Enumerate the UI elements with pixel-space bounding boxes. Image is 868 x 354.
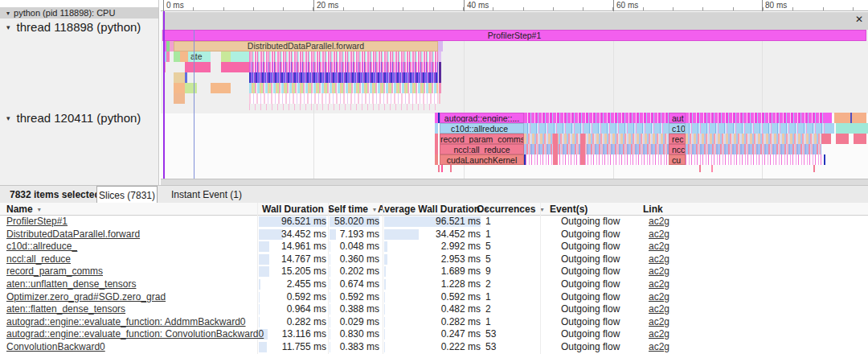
cursor-marker-line[interactable] xyxy=(194,30,194,179)
timeline-slice[interactable] xyxy=(836,134,849,144)
table-row[interactable]: nccl:all_reduce 14.767 ms 0.360 ms 2.953… xyxy=(0,253,868,266)
table-row[interactable]: aten::flatten_dense_tensors 0.964 ms 0.3… xyxy=(0,303,868,316)
sort-arrow-icon[interactable]: ▾ xyxy=(373,206,376,213)
timeline-slice[interactable] xyxy=(828,123,834,134)
table-row[interactable]: autograd::engine::evaluate_function: Con… xyxy=(0,328,868,341)
slice-nccl-short[interactable]: ncc xyxy=(669,144,686,154)
timeline-slice[interactable] xyxy=(686,113,824,123)
table-row[interactable]: c10d::allreduce_ 14.961 ms 0.048 ms 2.99… xyxy=(0,241,868,253)
timeline-slice[interactable] xyxy=(580,134,585,165)
col-wall-duration[interactable]: Wall Duration▾ xyxy=(262,203,332,216)
slice-name-link[interactable]: DistributedDataParallel.forward xyxy=(6,228,140,241)
table-row[interactable]: aten::unflatten_dense_tensors 2.455 ms 0… xyxy=(0,278,868,291)
close-icon[interactable]: ✕ xyxy=(855,14,863,25)
col-self-time[interactable]: Self time▾ xyxy=(328,203,376,216)
selection-marker-line[interactable] xyxy=(163,11,165,179)
timeline-slice[interactable] xyxy=(524,134,669,144)
timeline-slice[interactable] xyxy=(813,165,815,172)
slice-name-link[interactable]: c10d::allreduce_ xyxy=(6,241,77,253)
process-group-header[interactable]: ▾python (pid 118898): CPU xyxy=(0,7,158,19)
timeline-slice[interactable] xyxy=(180,51,188,62)
timeline-slice[interactable] xyxy=(249,104,438,110)
ac2g-link[interactable]: ac2g xyxy=(649,291,669,304)
timeline-slice[interactable] xyxy=(441,165,443,172)
timeline-slice[interactable] xyxy=(711,165,713,172)
tab-slices[interactable]: Slices (7831) xyxy=(96,186,158,204)
collapse-triangle-icon[interactable]: ▾ xyxy=(6,114,10,122)
timeline-slice[interactable] xyxy=(185,62,211,72)
timeline-slice[interactable] xyxy=(524,113,669,123)
timeline-slice[interactable] xyxy=(435,154,438,165)
timeline-slice[interactable] xyxy=(834,113,850,123)
slice-name-link[interactable]: ProfilerStep#1 xyxy=(6,216,68,228)
timeline-slice[interactable] xyxy=(836,123,868,134)
col-events[interactable]: Event(s) xyxy=(550,203,588,216)
timeline-slice[interactable] xyxy=(221,62,249,72)
timeline-slice[interactable] xyxy=(526,154,669,165)
timeline-slice[interactable] xyxy=(174,83,185,93)
col-link[interactable]: Link xyxy=(643,203,663,216)
slice-name-link[interactable]: aten::flatten_dense_tensors xyxy=(6,303,125,316)
slice-ddp-forward[interactable]: DistributedDataParallel.forward xyxy=(174,41,438,51)
timeline-slice[interactable] xyxy=(524,154,526,165)
timeline-slice[interactable] xyxy=(699,165,701,172)
slice-name-link[interactable]: ConvolutionBackward0 xyxy=(6,341,105,354)
timeline-slice[interactable] xyxy=(438,41,443,51)
timeline-slice[interactable] xyxy=(174,51,180,62)
table-row[interactable]: ProfilerStep#1 96.521 ms 58.020 ms 96.52… xyxy=(0,216,868,228)
slice-name-link[interactable]: autograd::engine::evaluate_function: Add… xyxy=(6,316,246,329)
timeline-canvas[interactable]: 0 ms 20 ms 40 ms 60 ms 80 ms ✕ ProfilerS… xyxy=(161,0,868,185)
timeline-slice[interactable] xyxy=(438,51,441,62)
ac2g-link[interactable]: ac2g xyxy=(649,328,669,341)
sidebar-item-thread-120411[interactable]: ▾thread 120411 (python) xyxy=(6,111,141,125)
slice-name-link[interactable]: record_param_comms xyxy=(6,266,103,278)
ac2g-link[interactable]: ac2g xyxy=(649,266,669,278)
timeline-slice[interactable] xyxy=(824,113,832,123)
table-row[interactable]: autograd::engine::evaluate_function: Add… xyxy=(0,316,868,329)
timeline-slice[interactable] xyxy=(439,62,441,83)
ac2g-link[interactable]: ac2g xyxy=(649,216,669,228)
collapse-triangle-icon[interactable]: ▾ xyxy=(6,10,10,17)
ac2g-link[interactable]: ac2g xyxy=(649,303,669,316)
timeline-slice[interactable] xyxy=(439,83,441,93)
timeline-slice[interactable] xyxy=(249,72,438,83)
timeline-slice[interactable] xyxy=(524,123,669,134)
timeline-slice[interactable] xyxy=(185,83,197,93)
slice-record-param-comms[interactable]: record_param_comms xyxy=(440,134,524,144)
timeline-slice[interactable] xyxy=(435,144,438,154)
timeline-slice[interactable] xyxy=(553,134,558,165)
timeline-slice[interactable] xyxy=(824,154,825,165)
timeline-slice[interactable] xyxy=(185,72,187,83)
slice-profiler-step[interactable]: ProfilerStep#1 xyxy=(162,30,866,41)
col-occurrences[interactable]: Occurrences▾ xyxy=(477,203,543,216)
ac2g-link[interactable]: ac2g xyxy=(649,341,669,354)
timeline-slice[interactable] xyxy=(231,51,249,62)
timeline-slice[interactable] xyxy=(221,51,231,62)
ac2g-link[interactable]: ac2g xyxy=(649,241,669,253)
table-row[interactable]: DistributedDataParallel.forward 34.452 m… xyxy=(0,228,868,241)
timeline-slice[interactable] xyxy=(854,134,866,144)
timeline-slice[interactable] xyxy=(174,72,185,83)
timeline-slice[interactable] xyxy=(821,134,831,144)
slice-c10d-allreduce[interactable]: c10d::allreduce_ xyxy=(440,123,524,134)
timeline-slice[interactable] xyxy=(170,41,174,51)
slice-name-link[interactable]: nccl:all_reduce xyxy=(6,253,71,266)
time-ruler[interactable]: 0 ms 20 ms 40 ms 60 ms 80 ms xyxy=(161,0,868,11)
sidebar-item-thread-118898[interactable]: ▾thread 118898 (python) xyxy=(6,20,141,34)
timeline-slice[interactable] xyxy=(249,93,438,104)
col-name[interactable]: Name▾ xyxy=(6,203,41,216)
timeline-slice[interactable] xyxy=(686,154,824,165)
ac2g-link[interactable]: ac2g xyxy=(649,253,669,266)
ac2g-link[interactable]: ac2g xyxy=(649,228,669,241)
tab-instant-event[interactable]: Instant Event (1) xyxy=(170,186,243,204)
timeline-slice[interactable] xyxy=(435,134,438,144)
timeline-slice[interactable] xyxy=(249,83,438,93)
slice-cuda-short[interactable]: cu xyxy=(669,154,686,165)
slice-nccl-all-reduce[interactable]: nccl:all_reduce xyxy=(440,144,524,154)
timeline-slice[interactable] xyxy=(686,123,828,134)
timeline-slice[interactable] xyxy=(438,165,440,172)
timeline-slice[interactable] xyxy=(174,93,185,104)
slice-c10d-short[interactable]: c10 xyxy=(669,123,686,134)
slice-name-link[interactable]: aten::unflatten_dense_tensors xyxy=(6,278,136,291)
col-average-wall-duration[interactable]: Average Wall Duration▾ xyxy=(378,203,488,216)
